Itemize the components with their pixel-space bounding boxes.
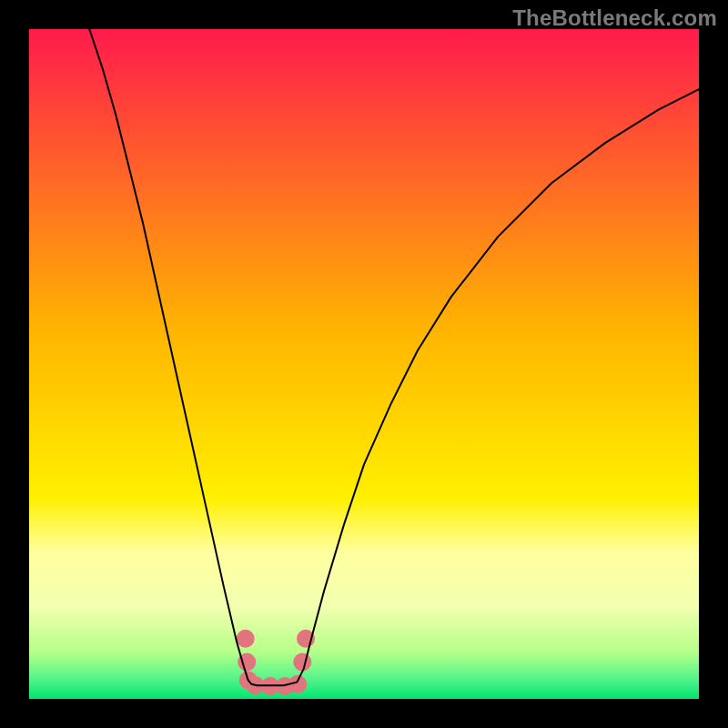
highlight-marker [237, 630, 255, 648]
chart-svg [29, 29, 699, 699]
watermark-text: TheBottleneck.com [512, 5, 717, 31]
gradient-background [29, 29, 699, 699]
plot-area [29, 29, 699, 699]
chart-frame: TheBottleneck.com [0, 0, 728, 728]
highlight-marker [293, 653, 311, 672]
